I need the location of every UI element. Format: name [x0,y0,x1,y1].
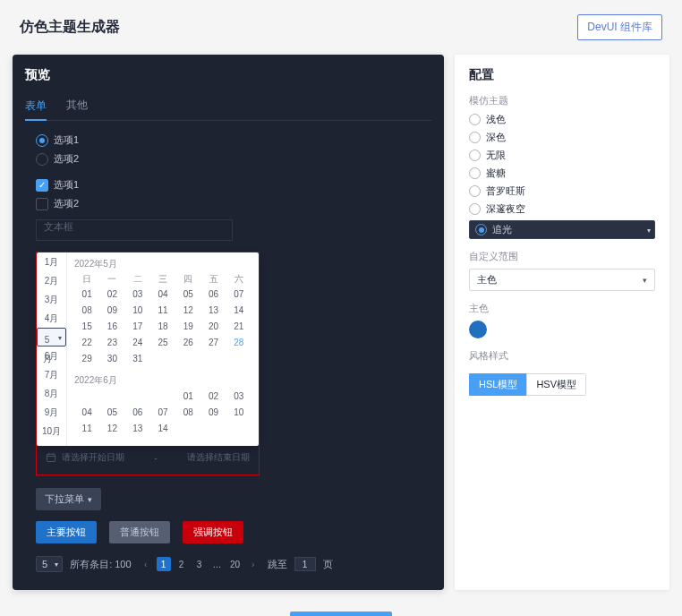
color-swatch[interactable] [469,321,487,338]
theme-label: 深邃夜空 [486,202,525,216]
calendar-day[interactable]: 24 [125,335,150,351]
daterange-input[interactable]: 请选择开始日期 - 请选择结束日期 [40,448,255,467]
page-number[interactable]: 20 [228,557,243,571]
theme-label: 无限 [486,149,506,162]
dropdown-button[interactable]: 下拉菜单 [36,488,101,510]
theme-option[interactable]: 浅色 [469,113,655,126]
theme-option[interactable]: 深邃夜空 [469,202,655,216]
theme-option[interactable]: 追光 [469,220,655,239]
month-rail-item[interactable]: 5月 [37,328,66,346]
month-rail-item[interactable]: 8月 [37,384,66,403]
calendar-day[interactable]: 14 [150,421,175,437]
calendar-day[interactable]: 31 [125,351,150,367]
calendar-day[interactable]: 05 [99,405,124,421]
calendar-day [99,389,124,405]
devui-lib-button[interactable]: DevUI 组件库 [577,14,662,40]
calendar-day[interactable]: 06 [200,287,226,303]
theme-label: 蜜糖 [486,167,506,180]
calendar-day[interactable]: 14 [226,303,251,319]
pager-prev[interactable]: ‹ [139,557,153,571]
primary-button[interactable]: 主要按钮 [36,521,97,543]
calendar-day[interactable]: 13 [125,421,150,437]
calendar-day[interactable]: 20 [200,319,226,335]
month-rail-item[interactable]: 4月 [37,309,66,328]
custom-scope-label: 自定义范围 [469,250,655,263]
calendar-day[interactable]: 22 [74,335,99,351]
calendar-day[interactable]: 08 [175,405,200,421]
calendar-day[interactable]: 03 [226,389,251,405]
danger-button[interactable]: 强调按钮 [183,521,243,543]
calendar-day[interactable]: 12 [175,303,200,319]
theme-label: 浅色 [486,113,506,126]
pager-jump-label: 跳至 [268,558,287,571]
month-rail-item[interactable]: 9月 [37,403,66,422]
calendar-day[interactable]: 09 [200,405,226,421]
calendar-day[interactable]: 28 [226,335,251,351]
month-rail-item[interactable]: 10月 [37,422,66,441]
page-number[interactable]: 2 [175,557,189,571]
pager-jump-input[interactable] [294,557,316,571]
calendar-day[interactable]: 10 [226,405,251,421]
style-hsv[interactable]: HSV模型 [526,373,586,396]
tab-form[interactable]: 表单 [25,93,47,121]
month-rail-item[interactable]: 1月 [37,252,66,271]
pager-next[interactable]: › [246,557,260,571]
calendar-month1-title: 2022年5月 [74,258,251,270]
calendar-day[interactable]: 18 [150,319,175,335]
calendar-day[interactable]: 15 [74,319,99,335]
calendar-day[interactable]: 03 [125,287,150,303]
calendar-month2-title: 2022年6月 [74,374,251,387]
calendar-day[interactable]: 11 [74,421,99,437]
calendar-day[interactable]: 23 [99,335,124,351]
tab-other[interactable]: 其他 [66,92,88,120]
theme-option[interactable]: 蜜糖 [469,167,655,180]
calendar-day[interactable]: 27 [200,335,226,351]
calendar-day[interactable]: 05 [175,287,200,303]
month-rail[interactable]: 1月2月3月4月5月6月7月8月9月10月 [37,252,67,446]
calendar-day[interactable]: 07 [226,287,251,303]
text-input[interactable]: 文本框 [36,219,233,241]
page-number[interactable]: … [210,557,225,571]
theme-option[interactable]: 无限 [469,149,655,162]
calendar-day[interactable]: 10 [125,303,150,319]
calendar-day[interactable]: 26 [175,335,200,351]
page-size-select[interactable]: 5 [36,556,63,572]
calendar-day[interactable]: 16 [99,319,124,335]
calendar-day[interactable]: 25 [150,335,175,351]
radio-option-2[interactable]: 选项2 [36,152,431,166]
check-option-2[interactable]: 选项2 [36,197,431,210]
calendar-day[interactable]: 02 [99,287,124,303]
check-option-1[interactable]: 选项1 [36,178,431,192]
theme-option[interactable]: 普罗旺斯 [469,184,655,198]
calendar-day[interactable]: 07 [150,405,175,421]
radio-option-1[interactable]: 选项1 [36,133,431,147]
calendar-day[interactable]: 30 [99,351,124,367]
calendar-day[interactable]: 09 [99,303,124,319]
calendar-day[interactable]: 12 [99,421,124,437]
calendar-day[interactable]: 08 [74,303,99,319]
month-rail-item[interactable]: 7月 [37,365,66,384]
calendar-day[interactable]: 04 [74,405,99,421]
calendar-day[interactable]: 01 [74,287,99,303]
radio-icon [469,203,481,215]
calendar-day[interactable]: 04 [150,287,175,303]
month-rail-item[interactable]: 2月 [37,271,66,290]
calendar-day[interactable]: 21 [226,319,251,335]
download-button[interactable]: 下载主题文件 [290,612,392,616]
calendar-day[interactable]: 06 [125,405,150,421]
calendar-day[interactable]: 17 [125,319,150,335]
calendar-day[interactable]: 19 [175,319,200,335]
theme-option[interactable]: 深色 [469,131,655,144]
calendar-day[interactable]: 02 [200,389,226,405]
calendar-day[interactable]: 13 [200,303,226,319]
calendar-day[interactable]: 11 [150,303,175,319]
custom-scope-select[interactable]: 主色 [469,269,655,291]
page-number[interactable]: 3 [192,557,207,571]
pager-jump[interactable] [294,557,316,571]
month-rail-item[interactable]: 3月 [37,290,66,309]
page-number[interactable]: 1 [157,557,171,571]
normal-button[interactable]: 普通按钮 [109,521,170,543]
style-hsl[interactable]: HSL模型 [469,373,526,396]
calendar-day[interactable]: 01 [175,389,200,405]
calendar-day[interactable]: 29 [74,351,99,367]
